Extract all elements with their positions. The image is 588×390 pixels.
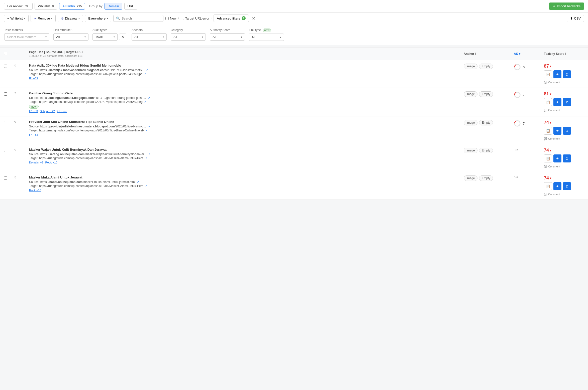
csv-export-button[interactable]: ⬆ CSV — [567, 15, 584, 22]
target-url-error-checkbox-label[interactable]: Target URL error ℹ — [181, 17, 212, 20]
comment-link[interactable]: 💬 Comment — [544, 81, 584, 84]
anchor-col: Image Empty — [464, 64, 514, 69]
anchors-select[interactable]: All ▾ — [132, 33, 167, 41]
new-checkbox[interactable] — [165, 17, 169, 20]
subpath-label[interactable]: Subpath: +2 — [40, 110, 55, 113]
select-all-checkbox[interactable] — [4, 52, 7, 55]
toxicity-score-col: 74▾ 📋 ✈ ⊘ 💬 Comment — [544, 120, 584, 140]
chevron-down-icon: ▾ — [241, 36, 242, 38]
copy-button[interactable]: 📋 — [544, 154, 552, 162]
remove-button[interactable]: ✈ Remove ▾ — [31, 15, 56, 22]
advanced-filters-button[interactable]: Advanced filters 1 — [214, 15, 249, 22]
copy-button[interactable]: 📋 — [544, 70, 552, 78]
new-checkbox-label[interactable]: New ℹ — [165, 17, 179, 20]
chevron-down-icon: ▾ — [550, 121, 551, 124]
tab-all-links[interactable]: All links 795 — [59, 3, 85, 10]
ext-link-icon[interactable]: ↗ — [148, 96, 150, 99]
ext-link-icon[interactable]: ↗ — [148, 153, 150, 156]
row-checkbox[interactable] — [4, 64, 14, 69]
disavow-action-button[interactable]: ⊘ — [563, 98, 571, 106]
ext-link-icon[interactable]: ↗ — [145, 157, 147, 160]
table-container: Page Title | Source URL | Target URL ℹ 1… — [0, 48, 588, 200]
close-advanced-filters-button[interactable]: ✕ — [251, 16, 256, 21]
authority-score-select[interactable]: All ▾ — [210, 33, 245, 41]
link-attribute-label: Link attribute ℹ — [53, 28, 88, 32]
comment-link[interactable]: 💬 Comment — [544, 165, 584, 168]
toxicity-score-col: 74▾ 📋 ✈ ⊘ 💬 Comment — [544, 175, 584, 196]
root-label[interactable]: Root: +10 — [29, 189, 41, 192]
chevron-down-icon: ▾ — [114, 36, 115, 38]
anchors-filter: Anchors All ▾ — [132, 28, 167, 41]
disavow-action-button[interactable]: ⊘ — [563, 154, 571, 162]
copy-button[interactable]: 📋 — [544, 98, 552, 106]
row-question-icon[interactable]: ? — [14, 120, 29, 125]
ext-link-icon[interactable]: ↗ — [137, 180, 139, 183]
comment-link[interactable]: 💬 Comment — [544, 137, 584, 140]
row-content: Gambar Orang Jomblo Galau Source: https:… — [29, 91, 464, 113]
toxic-markers-select[interactable]: Select toxic markers ▾ — [4, 33, 49, 41]
as-ring-chart — [514, 91, 521, 98]
ext-link-icon[interactable]: ↗ — [146, 69, 148, 72]
whitelist-icon: ≡ — [7, 17, 9, 20]
row-question-icon[interactable]: ? — [14, 64, 29, 69]
as-col: n/a — [514, 175, 544, 179]
table-row: ? Masker Muka Alami Untuk Jerawat Source… — [0, 172, 588, 200]
send-button[interactable]: ✈ — [553, 127, 561, 135]
anchor-tag-image: Image — [464, 148, 477, 153]
comment-link[interactable]: 💬 Comment — [544, 109, 584, 112]
copy-button[interactable]: 📋 — [544, 182, 552, 190]
ext-link-icon[interactable]: ↗ — [145, 184, 147, 187]
group-by-url[interactable]: URL — [124, 3, 137, 10]
send-button[interactable]: ✈ — [553, 70, 561, 78]
anchor-tag-image: Image — [464, 175, 477, 181]
disavow-action-button[interactable]: ⊘ — [563, 70, 571, 78]
row-question-icon[interactable]: ? — [14, 148, 29, 153]
ip-label[interactable]: IP: +83 — [29, 110, 38, 113]
info-icon: ℹ — [71, 29, 72, 32]
info-icon: ℹ — [565, 52, 566, 55]
root-label[interactable]: Root: +10 — [45, 161, 57, 164]
everywhere-dropdown[interactable]: Everywhere ▾ — [85, 15, 111, 22]
row-checkbox[interactable] — [4, 148, 14, 153]
disavow-button[interactable]: ⊘ Disavow ▾ — [58, 15, 83, 22]
ip-label[interactable]: IP: +83 — [29, 77, 38, 80]
target-url-error-checkbox[interactable] — [181, 17, 184, 20]
comment-link[interactable]: 💬 Comment — [544, 193, 584, 196]
domain-label[interactable]: Domain: +2 — [29, 161, 43, 164]
tab-for-review[interactable]: Page Title | Source URL | Target URL For… — [4, 3, 33, 10]
chevron-down-icon: ▾ — [84, 36, 86, 38]
group-by-domain[interactable]: Domain — [105, 3, 122, 10]
ip-label[interactable]: IP: +83 — [29, 133, 38, 136]
ext-link-icon[interactable]: ↗ — [144, 100, 146, 103]
ext-link-icon[interactable]: ↗ — [144, 73, 146, 76]
disavow-action-button[interactable]: ⊘ — [563, 127, 571, 135]
table-row: ? Gambar Orang Jomblo Galau Source: http… — [0, 88, 588, 116]
send-button[interactable]: ✈ — [553, 154, 561, 162]
link-type-select[interactable]: All ▾ — [249, 34, 284, 41]
anchor-tag-image: Image — [464, 91, 477, 97]
copy-button[interactable]: 📋 — [544, 127, 552, 135]
search-input[interactable] — [122, 17, 159, 20]
send-button[interactable]: ✈ — [553, 98, 561, 106]
row-checkbox[interactable] — [4, 91, 14, 96]
ext-link-icon[interactable]: ↗ — [145, 129, 148, 132]
whitelist-button[interactable]: ≡ Whitelist ▾ — [4, 15, 29, 22]
send-button[interactable]: ✈ — [553, 182, 561, 190]
anchor-tag-empty: Empty — [479, 148, 493, 153]
more-label[interactable]: +1 more — [57, 110, 67, 113]
tab-whitelist[interactable]: Whitelist 0 — [35, 3, 57, 10]
audit-types-select[interactable]: Toxic ▾ — [92, 33, 118, 41]
as-col: n/a — [514, 148, 544, 151]
import-backlinks-button[interactable]: ⬇ Import backlinks — [549, 3, 584, 10]
row-checkbox[interactable] — [4, 120, 14, 125]
row-checkbox[interactable] — [4, 175, 14, 180]
link-attribute-select[interactable]: All ▾ — [53, 33, 88, 41]
authority-score-label: Authority Score — [210, 28, 245, 32]
ext-link-icon[interactable]: ↗ — [148, 125, 150, 128]
disavow-action-button[interactable]: ⊘ — [563, 182, 571, 190]
clear-audit-type-button[interactable]: ✕ — [119, 34, 126, 40]
as-ring-chart — [514, 64, 521, 71]
category-select[interactable]: All ▾ — [171, 33, 206, 41]
row-question-icon[interactable]: ? — [14, 91, 29, 96]
row-question-icon[interactable]: ? — [14, 175, 29, 180]
